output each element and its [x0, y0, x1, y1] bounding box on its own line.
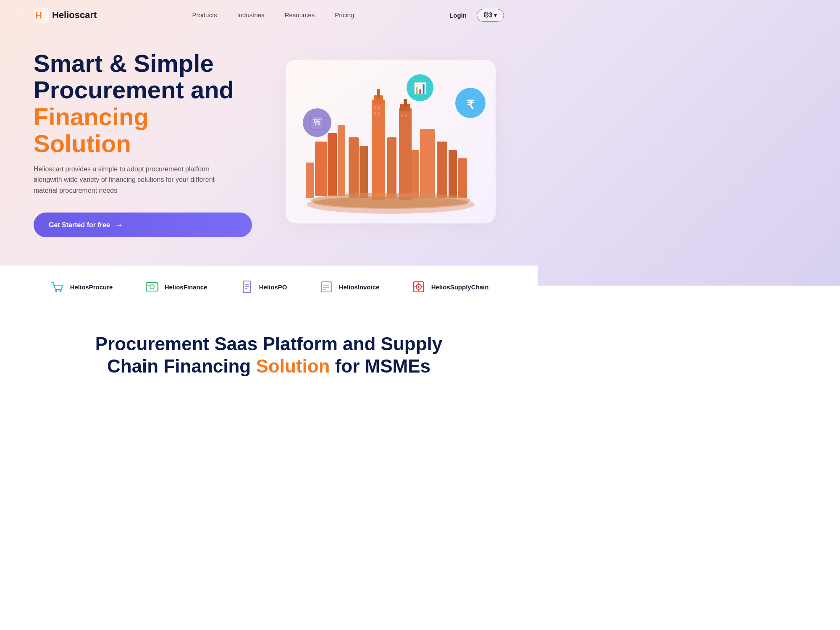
svg-rect-3 — [315, 142, 327, 196]
navbar: H Helioscart Products Industries Resourc… — [0, 0, 538, 30]
heliossupplychain-icon — [410, 278, 427, 295]
svg-rect-16 — [412, 150, 419, 198]
svg-point-28 — [313, 197, 468, 209]
nav-item-resources[interactable]: Resources — [285, 11, 315, 19]
svg-rect-49 — [321, 282, 331, 292]
bottom-title-orange: Solution — [256, 356, 330, 376]
nav-item-industries[interactable]: Industries — [237, 11, 265, 19]
bottom-title-line1: Procurement Saas Platform and Supply — [95, 333, 442, 354]
cta-label: Get Started for free — [49, 221, 110, 229]
hero-image: 📊 ₹ %~ % — [286, 60, 504, 228]
heliospo-icon — [238, 278, 255, 295]
svg-point-43 — [150, 285, 154, 289]
svg-rect-26 — [405, 114, 407, 117]
hero-content: Smart & Simple Procurement and Financing… — [34, 50, 252, 238]
nav-right: Login हिंदी ▾ — [449, 9, 504, 22]
product-heliosprocure[interactable]: HeliosProcure — [49, 278, 113, 295]
language-label: हिंदी — [484, 12, 492, 19]
svg-rect-15 — [387, 137, 396, 198]
heliosinvoice-icon — [318, 278, 335, 295]
svg-rect-8 — [377, 89, 380, 98]
nav-link-resources[interactable]: Resources — [285, 11, 315, 18]
nav-item-products[interactable]: Products — [192, 11, 217, 19]
svg-rect-20 — [458, 158, 467, 198]
nav-link-pricing[interactable]: Pricing — [335, 11, 354, 18]
hero-image-box: 📊 ₹ %~ % — [286, 60, 496, 223]
svg-rect-19 — [306, 163, 314, 198]
hero-title-orange: Financing Solution — [34, 103, 149, 157]
svg-text:₹: ₹ — [467, 98, 474, 111]
product-heliosinvoice[interactable]: HeliosInvoice — [318, 278, 380, 295]
product-heliossupplychain[interactable]: HeliosSupplyChain — [410, 278, 489, 295]
heliossupplychain-label: HeliosSupplyChain — [431, 284, 489, 291]
city-illustration: 📊 ₹ %~ % — [290, 66, 491, 217]
svg-rect-4 — [328, 133, 337, 196]
heliosinvoice-label: HeliosInvoice — [339, 284, 380, 291]
hero-description: Helioscart provides a simple to adopt pr… — [34, 164, 227, 196]
svg-rect-13 — [349, 137, 359, 198]
nav-link-industries[interactable]: Industries — [237, 11, 265, 18]
svg-rect-18 — [449, 150, 457, 198]
svg-rect-14 — [360, 146, 368, 198]
hero-title: Smart & Simple Procurement and Financing… — [34, 50, 252, 157]
svg-rect-23 — [374, 112, 376, 115]
svg-rect-5 — [338, 125, 345, 196]
bottom-section: Procurement Saas Platform and Supply Cha… — [0, 308, 538, 394]
product-heliospo[interactable]: HeliosPO — [238, 278, 287, 295]
svg-rect-21 — [374, 106, 376, 109]
svg-rect-17 — [437, 142, 447, 198]
hero-title-line1: Smart & Simple — [34, 50, 214, 77]
heliosprocure-label: HeliosProcure — [70, 284, 113, 291]
svg-rect-22 — [378, 106, 380, 109]
chevron-down-icon: ▾ — [494, 12, 497, 18]
product-heliosfinance[interactable]: HeliosFinance — [144, 278, 207, 295]
svg-point-41 — [59, 290, 61, 292]
bottom-title-end: for MSMEs — [335, 356, 430, 376]
heliosfinance-label: HeliosFinance — [165, 284, 207, 291]
svg-rect-24 — [378, 112, 380, 115]
bottom-title: Procurement Saas Platform and Supply Cha… — [34, 333, 504, 378]
hero-section: Smart & Simple Procurement and Financing… — [0, 30, 538, 265]
svg-point-55 — [418, 286, 420, 288]
nav-links: Products Industries Resources Pricing — [192, 11, 354, 19]
cta-button[interactable]: Get Started for free → — [34, 213, 252, 237]
nav-link-products[interactable]: Products — [192, 11, 217, 18]
heliosfinance-icon — [144, 278, 160, 295]
logo-link[interactable]: H Helioscart — [34, 8, 97, 23]
svg-rect-42 — [146, 283, 158, 291]
svg-rect-25 — [401, 114, 403, 117]
arrow-icon: → — [115, 220, 123, 230]
svg-rect-12 — [420, 129, 435, 198]
login-button[interactable]: Login — [449, 12, 467, 19]
bottom-title-line2-black: Chain Financing — [107, 356, 251, 376]
svg-text:📊: 📊 — [413, 81, 427, 95]
heliosprocure-icon — [49, 278, 66, 295]
logo-icon: H — [34, 8, 49, 23]
hero-title-line2: Procurement and — [34, 76, 234, 103]
svg-text:%: % — [314, 118, 320, 126]
products-strip: HeliosProcure HeliosFinance HeliosPO — [0, 265, 538, 308]
heliospo-label: HeliosPO — [259, 284, 287, 291]
svg-text:H: H — [35, 10, 42, 21]
svg-rect-9 — [399, 108, 412, 200]
logo-text: Helioscart — [52, 10, 97, 21]
svg-rect-45 — [243, 281, 251, 293]
svg-rect-11 — [404, 99, 407, 106]
language-button[interactable]: हिंदी ▾ — [477, 9, 504, 22]
svg-point-40 — [55, 290, 57, 292]
nav-item-pricing[interactable]: Pricing — [335, 11, 354, 19]
